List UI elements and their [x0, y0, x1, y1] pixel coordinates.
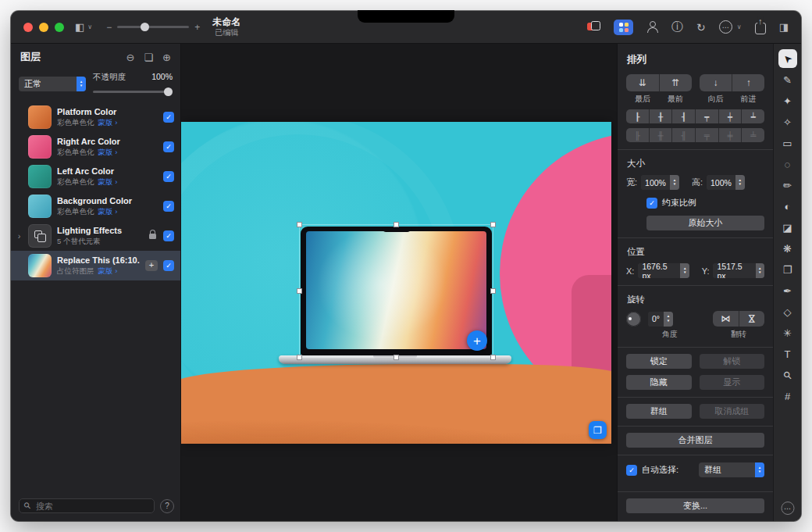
distribute-button-1[interactable]: ╫: [649, 128, 672, 142]
color-adjust-tool[interactable]: ◐: [778, 197, 797, 216]
clone-tool[interactable]: ❐: [778, 260, 797, 279]
free-select-tool[interactable]: ◌: [778, 155, 797, 173]
shape-tool[interactable]: ◇: [778, 302, 797, 321]
align-button-3[interactable]: ┯: [695, 109, 718, 123]
rect-select-tool[interactable]: ▭: [778, 134, 797, 152]
search-field[interactable]: ⚲: [19, 498, 155, 513]
distribute-button-2[interactable]: ╢: [671, 128, 695, 142]
stepper-arrows-icon[interactable]: ▲▼: [735, 175, 745, 190]
angle-stepper[interactable]: 0° ▲▼: [648, 312, 673, 327]
add-media-button[interactable]: +: [467, 330, 487, 351]
opacity-slider[interactable]: [93, 87, 173, 96]
align-button-5[interactable]: ┷: [741, 109, 764, 123]
erase-tool[interactable]: ◪: [778, 218, 797, 237]
layer-visibility-checkbox[interactable]: ✓: [163, 201, 174, 212]
rotate-icon[interactable]: ↻: [696, 21, 706, 34]
stepper-arrows-icon[interactable]: ▲▼: [755, 462, 764, 477]
selection-handle[interactable]: [297, 222, 302, 227]
bring-forward-button[interactable]: ↑: [732, 74, 764, 91]
more-menu[interactable]: ⋯ ∨: [719, 20, 742, 34]
width-stepper[interactable]: 100% ▲▼: [641, 175, 679, 190]
chevron-down-icon[interactable]: ∨: [87, 23, 92, 30]
selection-handle[interactable]: [394, 355, 399, 360]
help-icon[interactable]: ?: [160, 499, 174, 513]
layer-add-button[interactable]: +: [145, 260, 158, 271]
layer-visibility-checkbox[interactable]: ✓: [163, 112, 174, 123]
distribute-button-5[interactable]: ╧: [741, 128, 764, 142]
angle-dial[interactable]: [626, 312, 641, 327]
selection-handle[interactable]: [394, 222, 399, 227]
replace-placeholder-badge[interactable]: ❐: [589, 421, 607, 439]
close-button[interactable]: [23, 23, 33, 32]
merge-layers-button[interactable]: 合并图层: [626, 433, 764, 448]
crop-tool[interactable]: #: [778, 387, 797, 405]
quick-select-tool[interactable]: ✧: [778, 112, 797, 131]
send-to-back-button[interactable]: ⇊: [626, 74, 659, 91]
bring-to-front-button[interactable]: ⇈: [659, 74, 692, 91]
selection-handle[interactable]: [490, 222, 496, 227]
distribute-button-3[interactable]: ╤: [695, 128, 718, 142]
disclosure-chevron-icon[interactable]: ›: [16, 231, 23, 241]
panel-toggle-icon[interactable]: ◨: [779, 22, 789, 32]
search-input[interactable]: [34, 501, 149, 512]
transform-button[interactable]: 变换...: [626, 498, 764, 513]
paint-tool[interactable]: ✏: [778, 176, 797, 195]
selection-handle[interactable]: [490, 355, 496, 360]
height-stepper[interactable]: 100% ▲▼: [707, 175, 745, 190]
stepper-arrows-icon[interactable]: ▲▼: [77, 77, 86, 91]
original-size-button[interactable]: 原始大小: [646, 216, 764, 230]
layer-visibility-checkbox[interactable]: ✓: [163, 141, 174, 152]
layer-row[interactable]: Replace This (16:10... 占位符图层蒙版 › + ✓: [11, 251, 180, 280]
stepper-arrows-icon[interactable]: ▲▼: [680, 263, 689, 278]
selection-box[interactable]: [299, 224, 493, 358]
remove-layer-icon[interactable]: ⊖: [126, 52, 135, 63]
stepper-arrows-icon[interactable]: ▲▼: [670, 175, 679, 190]
ellipsis-icon[interactable]: ⋯: [719, 20, 732, 34]
layer-mask-link[interactable]: 蒙版 ›: [98, 266, 118, 275]
zoom-slider-knob[interactable]: [141, 23, 149, 31]
layer-row[interactable]: Right Arc Color 彩色单色化蒙版 › ✓: [11, 132, 180, 162]
magic-wand-tool[interactable]: ✦: [778, 91, 797, 110]
distribute-button-4[interactable]: ╪: [718, 128, 742, 142]
layer-visibility-checkbox[interactable]: ✓: [163, 171, 174, 182]
lock-button[interactable]: 锁定: [626, 354, 692, 369]
unlock-button[interactable]: 解锁: [700, 354, 765, 369]
zoom-window-button[interactable]: [55, 23, 64, 32]
zoom-slider[interactable]: [117, 26, 189, 28]
send-backward-button[interactable]: ↓: [700, 74, 732, 91]
layer-mask-link[interactable]: 蒙版 ›: [98, 207, 118, 216]
autoselect-checkbox[interactable]: ✓: [626, 465, 637, 476]
layers-stack-icon[interactable]: ❏: [144, 52, 153, 63]
align-button-0[interactable]: ┠: [626, 109, 649, 123]
align-button-4[interactable]: ┿: [718, 109, 742, 123]
canvas[interactable]: + ❐: [181, 44, 617, 521]
sidebar-toggle-icon[interactable]: ◧: [75, 22, 84, 32]
more-tools-icon[interactable]: ⋯: [781, 502, 794, 515]
selection-handle[interactable]: [297, 288, 302, 294]
autoselect-dropdown[interactable]: 群组 ▲▼: [699, 462, 764, 477]
hide-button[interactable]: 隐藏: [626, 375, 692, 390]
layer-row[interactable]: Left Arc Color 彩色单色化蒙版 › ✓: [11, 162, 180, 191]
add-layer-icon[interactable]: ⊕: [162, 52, 171, 63]
layer-row[interactable]: Platform Color 彩色单色化蒙版 › ✓: [11, 102, 180, 132]
retouch-tool[interactable]: ❋: [778, 239, 797, 258]
style-tool[interactable]: ✎: [778, 70, 797, 89]
effects-tool[interactable]: ✳: [778, 323, 797, 342]
layer-mask-link[interactable]: 蒙版 ›: [98, 148, 118, 156]
layer-row[interactable]: › Lighting Effects 5 个替代元素 ✓: [11, 221, 180, 251]
flip-vertical-button[interactable]: ⋈: [739, 311, 764, 327]
color-swatches-icon[interactable]: [587, 21, 600, 33]
stepper-arrows-icon[interactable]: ▲▼: [756, 263, 764, 278]
minimize-button[interactable]: [39, 23, 48, 32]
zoom-out-icon[interactable]: −: [106, 22, 112, 33]
layer-row[interactable]: Background Color 彩色单色化蒙版 › ✓: [11, 191, 180, 221]
artwork[interactable]: + ❐: [181, 122, 611, 444]
share-icon[interactable]: ↑: [755, 23, 766, 34]
show-button[interactable]: 显示: [700, 375, 765, 390]
selection-handle[interactable]: [297, 355, 302, 360]
opacity-slider-knob[interactable]: [164, 87, 173, 96]
ungroup-button[interactable]: 取消成组: [700, 404, 765, 419]
info-icon[interactable]: ⓘ: [671, 20, 683, 34]
account-icon[interactable]: [646, 21, 658, 33]
constrain-checkbox[interactable]: ✓: [646, 198, 657, 209]
